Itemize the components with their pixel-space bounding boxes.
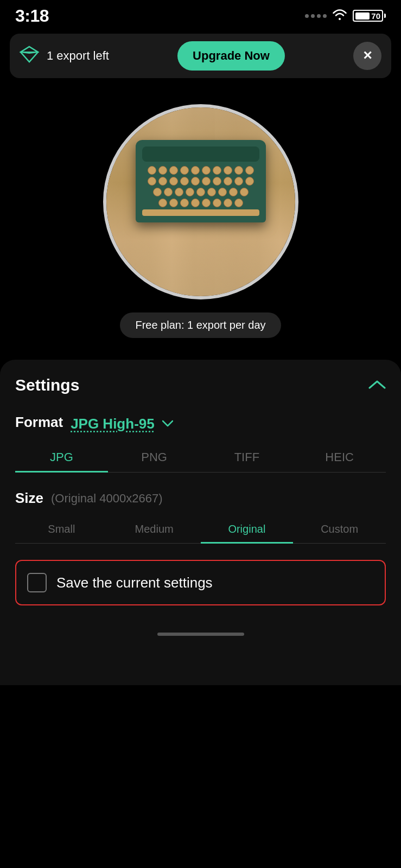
svg-marker-0 bbox=[21, 47, 38, 62]
signal-icon bbox=[305, 14, 327, 18]
format-chevron-down-icon[interactable] bbox=[162, 418, 173, 430]
size-original-text: (Original 4000x2667) bbox=[51, 492, 162, 506]
settings-panel: Settings Format JPG High-95 JPG PNG TIFF… bbox=[0, 360, 401, 685]
tab-medium[interactable]: Medium bbox=[108, 516, 201, 543]
typewriter-image bbox=[106, 107, 295, 296]
format-value[interactable]: JPG High-95 bbox=[71, 416, 155, 432]
wifi-icon bbox=[332, 8, 347, 23]
save-settings-row[interactable]: Save the current settings bbox=[15, 560, 386, 605]
status-icons: 70 bbox=[305, 8, 386, 23]
tab-original[interactable]: Original bbox=[201, 516, 294, 543]
home-indicator bbox=[15, 622, 386, 643]
promo-left: 1 export left bbox=[20, 46, 109, 67]
status-time: 3:18 bbox=[15, 6, 49, 26]
tab-small[interactable]: Small bbox=[15, 516, 108, 543]
promo-bar: 1 export left Upgrade Now ✕ bbox=[10, 34, 391, 78]
exports-left-text: 1 export left bbox=[47, 49, 109, 63]
tab-jpg[interactable]: JPG bbox=[15, 444, 108, 472]
settings-chevron-up-icon[interactable] bbox=[368, 376, 386, 394]
format-row: Format JPG High-95 bbox=[15, 414, 386, 434]
diamond-icon bbox=[20, 46, 39, 67]
upgrade-now-button[interactable]: Upgrade Now bbox=[177, 41, 285, 71]
status-bar: 3:18 70 bbox=[0, 0, 401, 29]
size-tabs: Small Medium Original Custom bbox=[15, 516, 386, 544]
close-icon: ✕ bbox=[362, 49, 372, 63]
tab-tiff[interactable]: TIFF bbox=[201, 444, 294, 472]
size-label: Size bbox=[15, 490, 43, 507]
battery-icon: 70 bbox=[353, 10, 386, 22]
format-tabs: JPG PNG TIFF HEIC bbox=[15, 444, 386, 473]
size-row: Size (Original 4000x2667) bbox=[15, 490, 386, 507]
typewriter-spacebar bbox=[142, 209, 259, 216]
free-plan-badge: Free plan: 1 export per day bbox=[120, 312, 281, 338]
home-bar bbox=[157, 633, 244, 636]
typewriter-top bbox=[142, 146, 259, 162]
tab-heic[interactable]: HEIC bbox=[293, 444, 386, 472]
save-settings-label: Save the current settings bbox=[56, 575, 213, 591]
typewriter-body bbox=[136, 140, 266, 222]
settings-title: Settings bbox=[15, 376, 79, 394]
image-preview-area: Free plan: 1 export per day bbox=[0, 82, 401, 349]
tab-custom[interactable]: Custom bbox=[293, 516, 386, 543]
save-settings-checkbox[interactable] bbox=[27, 573, 47, 592]
format-label: Format bbox=[15, 414, 63, 431]
image-circle bbox=[103, 104, 298, 299]
tab-png[interactable]: PNG bbox=[108, 444, 201, 472]
close-promo-button[interactable]: ✕ bbox=[353, 42, 381, 70]
settings-header: Settings bbox=[15, 376, 386, 394]
